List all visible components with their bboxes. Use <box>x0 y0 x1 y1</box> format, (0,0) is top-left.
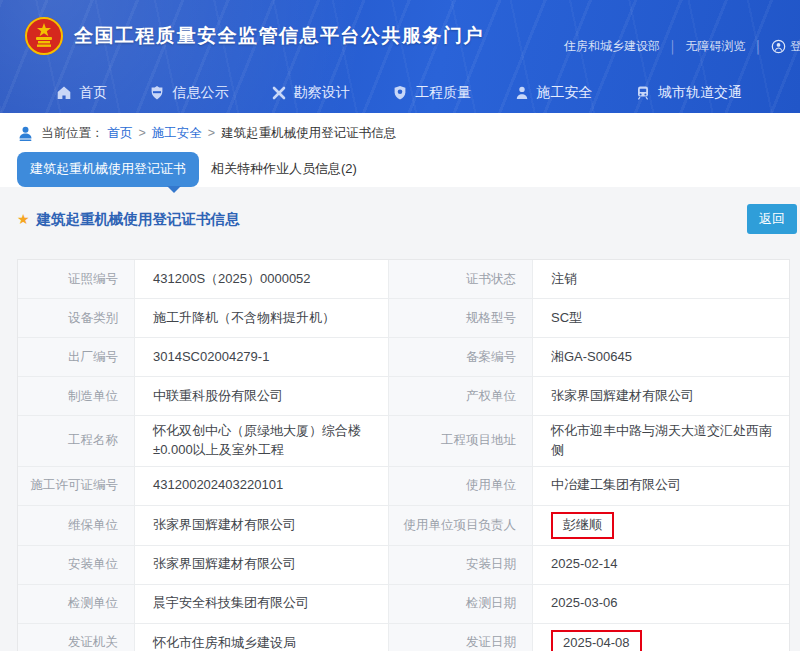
metro-train-icon <box>635 85 651 101</box>
field-value: 431200S（2025）0000052 <box>135 260 389 298</box>
nav-label: 工程质量 <box>415 84 471 102</box>
field-label: 发证机关 <box>18 624 135 651</box>
field-value: 中联重科股份有限公司 <box>135 377 389 415</box>
user-bust-icon <box>17 125 34 142</box>
field-label: 工程项目地址 <box>389 416 533 466</box>
header: 全国工程质量安全监管信息平台公共服务门户 住房和城乡建设部 │ 无障碍浏览 │ … <box>0 0 800 113</box>
login-label: 登录 <box>790 38 800 55</box>
field-value: 怀化市迎丰中路与湖天大道交汇处西南侧 <box>533 416 789 466</box>
field-value: 怀化双创中心（原绿地大厦）综合楼±0.000以上及室外工程 <box>135 416 389 466</box>
field-value: 3014SC02004279-1 <box>135 338 389 376</box>
tab-crane-certificate[interactable]: 建筑起重机械使用登记证书 <box>17 152 199 187</box>
field-value-highlighted: 2025-04-08 <box>533 624 789 651</box>
nav-label: 勘察设计 <box>294 84 350 102</box>
nav-item-metro[interactable]: 城市轨道交通 <box>635 84 742 102</box>
field-label: 发证日期 <box>389 624 533 651</box>
table-row: 工程名称 怀化双创中心（原绿地大厦）综合楼±0.000以上及室外工程 工程项目地… <box>18 416 789 467</box>
field-label: 证书状态 <box>389 260 533 298</box>
page-title: 建筑起重机械使用登记证书信息 <box>37 210 240 229</box>
field-label: 安装单位 <box>18 546 135 584</box>
star-icon: ★ <box>17 211 30 227</box>
field-value: 施工升降机（不含物料提升机） <box>135 299 389 337</box>
ministry-link[interactable]: 住房和城乡建设部 <box>564 38 660 55</box>
certificate-table: 证照编号 431200S（2025）0000052 证书状态 注销 设备类别 施… <box>17 259 790 651</box>
breadcrumb-link-section[interactable]: 施工安全 <box>152 125 202 142</box>
field-value: 431200202403220101 <box>135 467 389 505</box>
nav-item-safety[interactable]: 施工安全 <box>514 84 593 102</box>
red-box: 2025-04-08 <box>551 630 642 651</box>
nav-label: 城市轨道交通 <box>658 84 742 102</box>
nav-label: 信息公示 <box>172 84 228 102</box>
field-value: SC型 <box>533 299 789 337</box>
table-row: 维保单位 张家界国辉建材有限公司 使用单位项目负责人 彭继顺 <box>18 506 789 546</box>
safety-person-icon <box>514 85 530 101</box>
field-value: 注销 <box>533 260 789 298</box>
main-nav: 首页 信息公示 勘察设计 工程质量 <box>0 72 800 113</box>
field-label: 规格型号 <box>389 299 533 337</box>
survey-design-icon <box>271 85 287 101</box>
home-icon <box>56 85 72 101</box>
field-label: 设备类别 <box>18 299 135 337</box>
content-panel: ★ 建筑起重机械使用登记证书信息 返回 证照编号 431200S（2025）00… <box>0 187 800 651</box>
login-link[interactable]: 登录 <box>771 38 800 55</box>
field-value: 张家界国辉建材有限公司 <box>135 546 389 584</box>
field-value: 中冶建工集团有限公司 <box>533 467 789 505</box>
field-value: 晨宇安全科技集团有限公司 <box>135 585 389 623</box>
red-box: 彭继顺 <box>551 512 614 539</box>
nav-item-survey-design[interactable]: 勘察设计 <box>271 84 350 102</box>
field-label: 安装日期 <box>389 546 533 584</box>
table-row: 施工许可证编号 431200202403220101 使用单位 中冶建工集团有限… <box>18 467 789 506</box>
field-value: 2025-02-14 <box>533 546 789 584</box>
section-header: ★ 建筑起重机械使用登记证书信息 返回 <box>17 204 797 234</box>
table-row: 出厂编号 3014SC02004279-1 备案编号 湘GA-S00645 <box>18 338 789 377</box>
field-label: 使用单位 <box>389 467 533 505</box>
top-bar: 全国工程质量安全监管信息平台公共服务门户 住房和城乡建设部 │ 无障碍浏览 │ … <box>0 0 800 72</box>
table-row: 安装单位 张家界国辉建材有限公司 安装日期 2025-02-14 <box>18 546 789 585</box>
field-value: 2025-03-06 <box>533 585 789 623</box>
header-links: 住房和城乡建设部 │ 无障碍浏览 │ 登录 <box>564 38 800 55</box>
table-row: 证照编号 431200S（2025）0000052 证书状态 注销 <box>18 260 789 299</box>
field-label: 使用单位项目负责人 <box>389 506 533 545</box>
nav-label: 施工安全 <box>537 84 593 102</box>
national-emblem-icon <box>24 16 64 56</box>
breadcrumb-current: 建筑起重机械使用登记证书信息 <box>221 125 396 142</box>
badge-icon <box>149 85 165 101</box>
tab-special-personnel[interactable]: 相关特种作业人员信息(2) <box>199 152 369 187</box>
site-title: 全国工程质量安全监管信息平台公共服务门户 <box>74 23 484 49</box>
field-label: 维保单位 <box>18 506 135 545</box>
tab-bar: 建筑起重机械使用登记证书 相关特种作业人员信息(2) <box>0 153 800 187</box>
breadcrumb-link-home[interactable]: 首页 <box>108 125 133 142</box>
nav-item-quality[interactable]: 工程质量 <box>392 84 471 102</box>
breadcrumb: 当前位置： 首页 > 施工安全 > 建筑起重机械使用登记证书信息 <box>0 113 800 153</box>
field-label: 备案编号 <box>389 338 533 376</box>
nav-item-home[interactable]: 首页 <box>56 84 107 102</box>
table-row: 设备类别 施工升降机（不含物料提升机） 规格型号 SC型 <box>18 299 789 338</box>
field-label: 证照编号 <box>18 260 135 298</box>
field-label: 制造单位 <box>18 377 135 415</box>
field-label: 出厂编号 <box>18 338 135 376</box>
field-label: 产权单位 <box>389 377 533 415</box>
field-value-highlighted: 彭继顺 <box>533 506 789 545</box>
field-value: 张家界国辉建材有限公司 <box>135 506 389 545</box>
accessibility-link[interactable]: 无障碍浏览 <box>686 38 746 55</box>
field-value: 张家界国辉建材有限公司 <box>533 377 789 415</box>
quality-shield-icon <box>392 85 408 101</box>
table-row: 发证机关 怀化市住房和城乡建设局 发证日期 2025-04-08 <box>18 624 789 651</box>
nav-label: 首页 <box>79 84 107 102</box>
field-label: 工程名称 <box>18 416 135 466</box>
table-row: 检测单位 晨宇安全科技集团有限公司 检测日期 2025-03-06 <box>18 585 789 624</box>
table-row: 制造单位 中联重科股份有限公司 产权单位 张家界国辉建材有限公司 <box>18 377 789 416</box>
breadcrumb-prefix: 当前位置： <box>41 125 104 142</box>
user-circle-icon <box>771 39 786 54</box>
field-label: 施工许可证编号 <box>18 467 135 505</box>
back-button[interactable]: 返回 <box>747 204 797 234</box>
field-value: 怀化市住房和城乡建设局 <box>135 624 389 651</box>
field-value: 湘GA-S00645 <box>533 338 789 376</box>
nav-item-public-info[interactable]: 信息公示 <box>149 84 228 102</box>
field-label: 检测日期 <box>389 585 533 623</box>
field-label: 检测单位 <box>18 585 135 623</box>
